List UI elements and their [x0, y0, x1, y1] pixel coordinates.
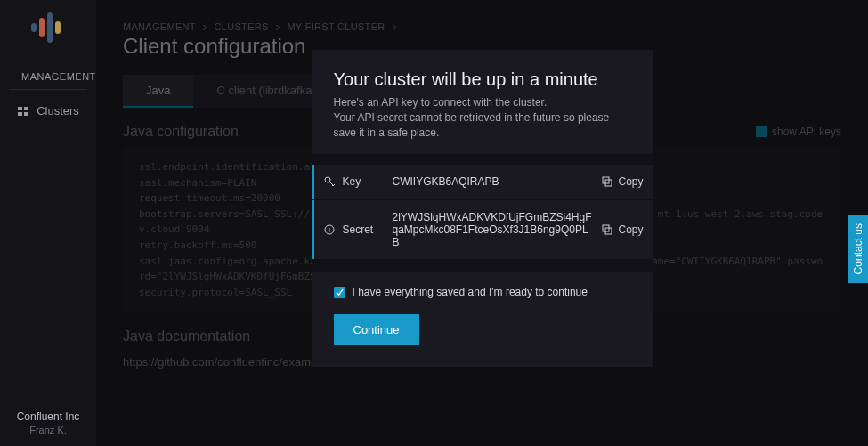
key-icon [323, 175, 336, 188]
org-name: Confluent Inc [11, 410, 85, 423]
key-label: Key [343, 175, 361, 188]
contact-us-label: Contact us [852, 223, 864, 274]
sidebar-heading: MANAGEMENT [9, 53, 87, 90]
api-secret-row: ! Secret 2lYWJSlqHWxADKVKDfUjFGmBZSi4HgF… [312, 200, 653, 259]
clusters-icon [17, 105, 29, 118]
copy-label: Copy [618, 175, 643, 188]
main: MANAGEMENT CLUSTERS MY FIRST CLUSTER Cli… [96, 0, 868, 446]
secret-label-group: ! Secret [323, 223, 384, 236]
modal-body: I have everything saved and I'm ready to… [312, 272, 653, 367]
credentials-rows: Key CWIIYGKB6AQIRAPB Copy ! [312, 154, 653, 272]
continue-button[interactable]: Continue [334, 314, 419, 345]
modal-title: Your cluster will be up in a minute [334, 69, 631, 90]
svg-rect-3 [55, 21, 61, 34]
user-name: Franz K. [11, 425, 85, 435]
svg-text:!: ! [328, 226, 329, 234]
logo [0, 0, 96, 53]
copy-icon [602, 224, 612, 235]
confirm-label: I have everything saved and I'm ready to… [353, 286, 588, 298]
confirm-checkbox[interactable]: I have everything saved and I'm ready to… [334, 286, 631, 298]
copy-key-button[interactable]: Copy [602, 175, 643, 188]
copy-icon [602, 176, 612, 187]
modal-sub1: Here's an API key to connect with the cl… [334, 96, 548, 109]
svg-rect-7 [24, 112, 28, 116]
secret-label: Secret [343, 223, 374, 236]
sidebar-item-clusters[interactable]: Clusters [0, 97, 96, 125]
sidebar-item-label: Clusters [37, 104, 79, 118]
copy-secret-button[interactable]: Copy [602, 223, 643, 236]
modal-overlay: Your cluster will be up in a minute Here… [96, 0, 868, 446]
cluster-ready-modal: Your cluster will be up in a minute Here… [312, 50, 653, 367]
api-secret-value: 2lYWJSlqHWxADKVKDfUjFGmBZSi4HgFqaMpcMkc0… [393, 211, 594, 248]
api-key-row: Key CWIIYGKB6AQIRAPB Copy [312, 165, 653, 199]
svg-rect-4 [18, 107, 22, 110]
svg-rect-5 [24, 107, 28, 110]
api-key-value: CWIIYGKB6AQIRAPB [393, 175, 594, 188]
sidebar-footer: Confluent Inc Franz K. [0, 400, 96, 446]
copy-label: Copy [618, 223, 643, 236]
secret-icon: ! [323, 223, 336, 236]
modal-header: Your cluster will be up in a minute Here… [312, 50, 653, 154]
sidebar: MANAGEMENT Clusters Confluent Inc Franz … [0, 0, 96, 446]
key-label-group: Key [323, 175, 384, 188]
checkbox-icon [334, 287, 345, 298]
svg-rect-1 [39, 18, 45, 37]
modal-sub2: Your API secret cannot be retrieved in t… [334, 111, 610, 139]
contact-us-tab[interactable]: Contact us [848, 215, 868, 283]
svg-rect-2 [47, 12, 53, 43]
svg-rect-6 [18, 112, 22, 116]
svg-rect-0 [31, 23, 37, 32]
